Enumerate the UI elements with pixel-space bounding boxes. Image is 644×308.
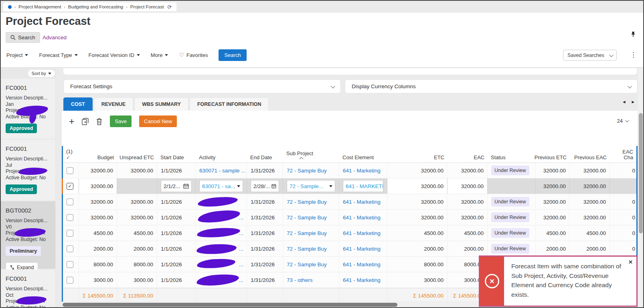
refresh-icon[interactable]: ⟳ [167, 4, 172, 10]
end-date-input[interactable]: 2/28/... [251, 180, 279, 192]
tab-cost[interactable]: COST [63, 97, 93, 111]
vertical-scrollbar[interactable] [638, 68, 643, 307]
cost-element-link[interactable]: 641 - Marketing [343, 246, 381, 252]
column-header-start[interactable]: Start Date [157, 146, 196, 162]
caret-down-icon[interactable] [329, 185, 332, 187]
calendar-icon[interactable] [183, 183, 189, 189]
tab-scroll-right-icon[interactable]: ▸ [632, 99, 634, 105]
tab-wbs-summary[interactable]: WBS SUMMARY [134, 97, 188, 111]
saved-searches-label: Saved Searches [567, 53, 604, 58]
column-header-prev_eac[interactable]: Previous EAC [570, 146, 610, 162]
row-checkbox[interactable] [67, 277, 73, 284]
favorites-button[interactable]: ♡Favorites [179, 52, 208, 58]
cost-element-link[interactable]: 641 - Marketing [343, 261, 381, 267]
version-card[interactable]: FC0001Version Descripti...OctProject ID:… [1, 270, 55, 307]
row-checkbox[interactable] [67, 199, 73, 205]
activity-link[interactable]: ... [239, 277, 243, 283]
cell-etc: 32000.00 [387, 163, 448, 178]
activity-link[interactable]: ... [239, 215, 243, 221]
search-button[interactable]: Search [6, 32, 40, 43]
sub-project-link[interactable]: 72 - Sample Buy [287, 261, 327, 267]
caret-down-icon[interactable] [237, 185, 240, 187]
sub-project-link[interactable]: 72 - Sample Buy [287, 168, 327, 174]
row-checkbox[interactable] [67, 167, 73, 174]
filter-forecast-type[interactable]: Forecast Type [39, 52, 77, 58]
tab-scroll-left-icon[interactable]: ◂ [623, 99, 626, 105]
filter-forecast-version-id[interactable]: Forecast Version ID [89, 52, 140, 58]
close-icon[interactable]: ✕ [628, 259, 633, 265]
page-size-dropdown[interactable]: 24 [617, 118, 628, 124]
grid-toolbar: + Save Cancel New [69, 116, 177, 127]
breadcrumb-item-project-forecast[interactable]: Project Forecast [130, 4, 164, 9]
saved-searches-dropdown[interactable]: Saved Searches [563, 50, 617, 61]
version-card[interactable]: BGT0002Version Descripti...V0Project ID:… [1, 201, 55, 269]
row-checkbox[interactable] [67, 261, 73, 268]
column-header-activity[interactable]: Activity [196, 146, 247, 162]
start-date-input[interactable]: 2/1/2... [161, 180, 192, 192]
cost-element-link[interactable]: 641 - Marketing [343, 215, 381, 221]
cost-element-link[interactable]: 641 - Marketing [343, 168, 381, 174]
chevron-down-icon [625, 118, 629, 122]
vertical-scrollbar-thumb[interactable] [639, 113, 643, 233]
column-header-eac[interactable]: EAC [448, 146, 488, 162]
version-card[interactable]: FC0001Version Descripti...JulProject ID:… [1, 140, 55, 201]
sub-project-link[interactable]: 72 - Sample Buy [287, 230, 327, 236]
sub-project-link[interactable]: 72 - Sample Buy [287, 246, 327, 252]
sub-project-link[interactable]: 73 - others [287, 277, 313, 283]
sort-by-button[interactable]: Sort by [28, 70, 55, 77]
calendar-icon[interactable] [271, 183, 276, 189]
cell-cost-element: 641 - Marketing [339, 194, 387, 209]
sub-project-select[interactable]: 72 - Sample... [287, 180, 335, 192]
column-header-budget[interactable]: Budget [79, 146, 117, 162]
tab-revenue[interactable]: REVENUE [94, 97, 133, 111]
cell-previous-eac: 4500.00 [570, 225, 610, 241]
cancel-new-button[interactable]: Cancel New [139, 116, 177, 127]
cost-element-link[interactable]: 641 - Marketing [343, 230, 381, 236]
activity-select[interactable]: 630071 - sa... [199, 180, 243, 192]
tab-forecast-information[interactable]: FORECAST INFORMATION [190, 97, 269, 111]
column-header-prev_etc[interactable]: Previous ETC [536, 146, 570, 162]
activity-link[interactable]: ... [239, 261, 243, 267]
row-checkbox-checked[interactable]: ✓ [67, 183, 73, 190]
cost-element-link[interactable]: 641 - Marketing [343, 277, 381, 283]
column-header-sub[interactable]: Sub Project [283, 146, 339, 162]
sub-project-link[interactable]: 72 - Sample Buy [287, 199, 327, 205]
column-header-status[interactable]: Status [488, 146, 536, 162]
save-button[interactable]: Save [110, 116, 132, 127]
activity-link[interactable]: 630071 - sample ... [199, 168, 246, 174]
caret-down-icon [48, 73, 51, 75]
forecast-settings-dropdown[interactable]: Forecast Settings [63, 79, 341, 93]
column-label: Unspread ETC [119, 154, 154, 160]
column-label: Budget [97, 154, 114, 160]
search-submit-button[interactable]: Search [219, 49, 246, 61]
sub-project-link[interactable]: 72 - Sample Buy [287, 215, 327, 221]
kebab-menu-icon[interactable]: ⋮ [630, 51, 637, 59]
version-card[interactable]: FC0001Version Descripti...JanProject ID:… [1, 79, 55, 139]
pin-icon[interactable] [630, 31, 636, 37]
column-header-etc[interactable]: ETC [387, 146, 448, 162]
display-currency-dropdown[interactable]: Display Currency Columns [345, 79, 638, 93]
row-checkbox[interactable] [67, 245, 73, 252]
redaction-scribble [197, 210, 241, 224]
delete-row-button[interactable] [96, 118, 102, 125]
filter-more[interactable]: More [151, 52, 168, 58]
column-header-eac_cha[interactable]: EAC Cha [610, 146, 636, 162]
row-checkbox[interactable] [67, 214, 73, 221]
total-cb [63, 288, 79, 302]
column-header-cb[interactable]: (1)✓ [63, 146, 79, 162]
breadcrumb-item-budgeting[interactable]: Budgeting and Forecasting [68, 4, 123, 9]
column-header-unspread[interactable]: Unspread ETC [117, 146, 157, 162]
activity-link[interactable]: ... [239, 246, 243, 252]
breadcrumb-item-project-management[interactable]: Project Management [18, 4, 61, 9]
advanced-link[interactable]: Advanced [43, 34, 67, 41]
add-row-button[interactable]: + [69, 118, 74, 126]
filter-project[interactable]: Project [6, 52, 28, 58]
column-header-cost[interactable]: Cost Element [339, 146, 387, 162]
copy-row-button[interactable] [82, 118, 89, 125]
row-checkbox[interactable] [67, 230, 73, 237]
column-header-end[interactable]: End Date [247, 146, 283, 162]
copy-icon [82, 118, 89, 125]
cost-element-select[interactable]: 641 - MARKETING [343, 180, 383, 192]
cost-element-link[interactable]: 641 - Marketing [343, 199, 381, 205]
horizontal-scrollbar-thumb[interactable] [63, 303, 397, 307]
